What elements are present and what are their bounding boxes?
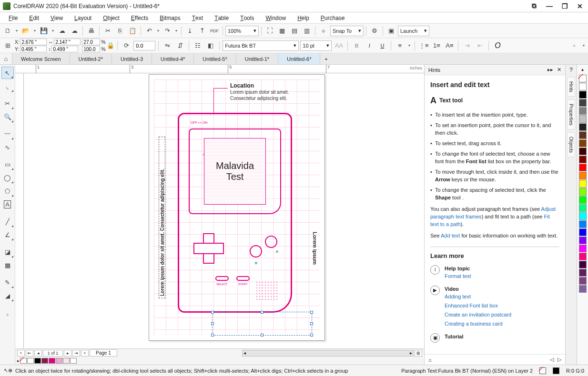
launch-icon[interactable]: ▣ <box>385 25 397 37</box>
indent-increase-button[interactable]: ⇥ <box>461 40 473 51</box>
fullscreen-button[interactable]: ⛶ <box>264 25 275 37</box>
color-swatch[interactable] <box>579 253 587 260</box>
doc-tab[interactable]: Untitled-3 <box>112 53 152 64</box>
notification-icon[interactable]: ⧉ <box>529 2 539 10</box>
link-video-3[interactable]: Create an invitation postcard <box>445 311 511 319</box>
color-swatch[interactable] <box>579 123 587 131</box>
menu-layout[interactable]: Layout <box>69 12 97 23</box>
text-tool[interactable]: A <box>1 198 14 210</box>
menu-tools[interactable]: Tools <box>234 12 260 23</box>
doc-color-swatch[interactable] <box>63 358 70 364</box>
color-swatch[interactable] <box>579 204 587 212</box>
drop-shadow-tool[interactable]: ◪ <box>1 246 14 258</box>
color-swatch[interactable] <box>579 277 587 285</box>
color-swatch[interactable] <box>579 180 587 188</box>
italic-button[interactable]: I <box>364 40 375 51</box>
overflow-dropdown[interactable]: ▾ <box>581 43 586 48</box>
mirror-h-button[interactable]: ⇋ <box>162 40 173 51</box>
color-swatch[interactable] <box>579 107 587 115</box>
navigator-button[interactable]: ⊞ <box>415 350 422 356</box>
options-button[interactable]: ⚙ <box>369 25 380 37</box>
redo-dropdown[interactable]: ▾ <box>174 29 179 33</box>
color-swatch[interactable] <box>579 83 587 90</box>
color-swatch[interactable] <box>579 220 587 228</box>
menu-text[interactable]: Text <box>186 12 209 23</box>
menu-help[interactable]: Help <box>292 12 315 23</box>
menu-purchase[interactable]: Purchase <box>315 12 351 23</box>
freehand-tool[interactable]: 〰 <box>1 128 14 140</box>
add-button[interactable]: + <box>568 40 580 51</box>
doc-color-swatch[interactable] <box>41 358 48 364</box>
maximize-button[interactable]: ❐ <box>559 2 570 10</box>
toolbox-add[interactable]: + <box>1 308 14 321</box>
color-swatch[interactable] <box>579 245 587 252</box>
number-list-button[interactable]: 1≡ <box>431 40 442 51</box>
color-swatch[interactable] <box>579 237 587 244</box>
color-swatch[interactable] <box>579 148 587 155</box>
new-button[interactable]: 🗋 <box>2 25 13 37</box>
align-dropdown[interactable]: ▾ <box>407 43 412 48</box>
zoom-tool[interactable]: 🔍 <box>1 110 14 123</box>
polygon-tool[interactable]: ⬠ <box>1 185 14 197</box>
artistic-media-tool[interactable]: ∿ <box>1 141 14 153</box>
width-input[interactable] <box>54 39 81 45</box>
page-prev-button[interactable]: ◂ <box>34 350 42 356</box>
text-options-button[interactable]: O <box>492 40 503 51</box>
page-first-button[interactable]: ⇤ <box>26 350 33 356</box>
palette-up-icon[interactable]: ▴ <box>579 67 587 74</box>
save-button[interactable]: 💾 <box>38 25 50 37</box>
color-swatch[interactable] <box>579 212 587 220</box>
new-dropdown[interactable]: ▾ <box>14 29 19 33</box>
zoom-combo[interactable]: 100%▾ <box>225 26 259 36</box>
color-swatch[interactable] <box>579 172 587 179</box>
status-outline-swatch[interactable] <box>539 367 546 374</box>
link-video-4[interactable]: Creating a business card <box>445 320 511 328</box>
bullet-list-button[interactable]: ⋮≡ <box>418 40 429 51</box>
horizontal-scrollbar[interactable]: ◂▸ <box>242 350 414 356</box>
indent-decrease-button[interactable]: ⇤ <box>474 40 486 51</box>
color-swatch[interactable] <box>579 261 587 268</box>
menu-view[interactable]: View <box>45 12 69 23</box>
menu-object[interactable]: Object <box>97 12 125 23</box>
undo-button[interactable]: ↶ <box>143 25 155 37</box>
doc-color-swatch[interactable] <box>56 358 62 364</box>
color-swatch[interactable] <box>579 99 587 107</box>
hints-forward-icon[interactable]: ▷ <box>558 356 561 363</box>
open-dropdown[interactable]: ▾ <box>32 29 37 33</box>
color-swatch[interactable] <box>579 228 587 236</box>
link-add-text[interactable]: Add text <box>441 233 460 238</box>
status-fill-swatch[interactable] <box>553 367 559 374</box>
menu-window[interactable]: Window <box>260 12 292 23</box>
color-swatch[interactable] <box>579 139 587 147</box>
close-button[interactable]: ✕ <box>575 2 585 10</box>
align-button[interactable]: ≡ <box>394 40 406 51</box>
copy-button[interactable]: ⎘ <box>114 25 126 37</box>
transparency-tool[interactable]: ▩ <box>1 259 14 271</box>
dimension-tool[interactable]: ╱ <box>1 215 14 228</box>
menu-effects[interactable]: Effects <box>125 12 154 23</box>
x-input[interactable] <box>20 39 47 45</box>
color-swatch[interactable] <box>579 188 587 196</box>
open-button[interactable]: 📂 <box>20 25 31 37</box>
columns-button[interactable]: ☷ <box>192 40 203 51</box>
help-icon[interactable]: ? <box>569 67 573 74</box>
object-origin-icon[interactable]: ⊞ <box>2 40 13 51</box>
doc-no-fill-swatch[interactable] <box>20 358 27 364</box>
new-doc-tab-button[interactable]: + <box>320 53 332 64</box>
selection-frame[interactable] <box>212 312 312 336</box>
undo-dropdown[interactable]: ▾ <box>156 29 161 33</box>
bold-button[interactable]: B <box>351 40 362 51</box>
doc-tab[interactable]: Untitled-4* <box>152 53 194 64</box>
menu-file[interactable]: File <box>3 12 23 23</box>
paste-button[interactable]: 📋 <box>127 25 138 37</box>
font-combo[interactable]: Futura Bk BT▾ <box>223 40 299 51</box>
hints-tab[interactable]: Hints <box>567 77 575 97</box>
color-swatch[interactable] <box>579 285 587 293</box>
export-button[interactable]: ⤒ <box>196 25 208 37</box>
variable-fonts-button[interactable]: AA <box>333 40 345 51</box>
crop-tool[interactable]: ✂ <box>1 97 14 109</box>
panel-menu-icon[interactable]: ▸▸ <box>547 67 553 73</box>
doc-color-swatch[interactable] <box>49 358 55 364</box>
color-swatch[interactable] <box>579 91 587 99</box>
lock-ratio-button[interactable]: 🔒 <box>107 40 114 52</box>
